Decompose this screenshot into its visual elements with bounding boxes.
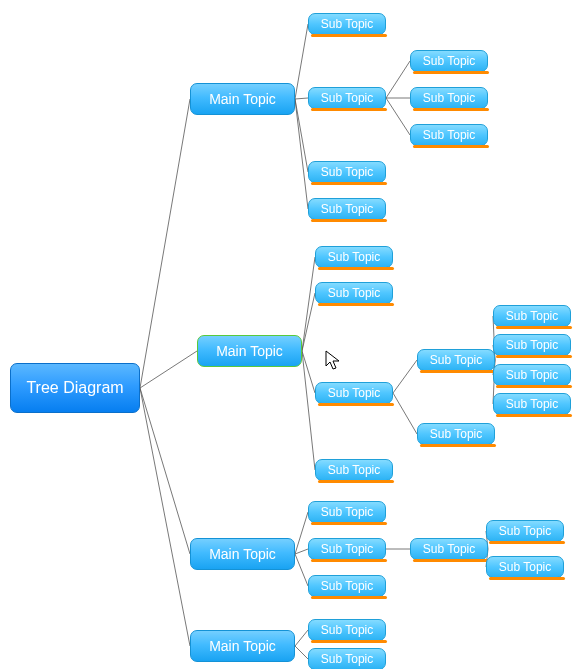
svg-line-1 [140, 351, 197, 388]
sub-topic-node[interactable]: Sub Topic [417, 423, 495, 445]
svg-line-27 [295, 630, 308, 646]
sub-topic-node[interactable]: Sub Topic [410, 50, 488, 72]
svg-line-8 [386, 98, 410, 135]
svg-line-0 [140, 99, 190, 388]
sub-topic-node[interactable]: Sub Topic [486, 556, 564, 578]
svg-line-26 [295, 554, 308, 586]
svg-line-19 [393, 393, 417, 434]
sub-topic-node[interactable]: Sub Topic [493, 305, 571, 327]
main-topic-node[interactable]: Main Topic [190, 83, 295, 115]
sub-topic-node[interactable]: Sub Topic [493, 334, 571, 356]
svg-line-10 [295, 99, 308, 209]
main-topic-node[interactable]: Main Topic [190, 538, 295, 570]
sub-topic-node[interactable]: Sub Topic [308, 161, 386, 183]
sub-topic-node[interactable]: Sub Topic [410, 87, 488, 109]
svg-line-11 [302, 257, 315, 351]
sub-topic-node[interactable]: Sub Topic [308, 575, 386, 597]
cursor-icon [325, 350, 341, 372]
sub-topic-node[interactable]: Sub Topic [493, 393, 571, 415]
svg-line-4 [295, 24, 308, 99]
sub-topic-node[interactable]: Sub Topic [308, 538, 386, 560]
svg-line-6 [386, 61, 410, 98]
sub-topic-node[interactable]: Sub Topic [308, 648, 386, 669]
svg-line-14 [393, 360, 417, 393]
sub-topic-node[interactable]: Sub Topic [308, 501, 386, 523]
sub-topic-node[interactable]: Sub Topic [410, 124, 488, 146]
sub-topic-node[interactable]: Sub Topic [308, 198, 386, 220]
svg-line-3 [140, 388, 190, 646]
root-node[interactable]: Tree Diagram [10, 363, 140, 413]
svg-line-12 [302, 293, 315, 351]
sub-topic-node[interactable]: Sub Topic [417, 349, 495, 371]
svg-line-20 [302, 351, 315, 470]
sub-topic-node[interactable]: Sub Topic [315, 459, 393, 481]
sub-topic-node[interactable]: Sub Topic [493, 364, 571, 386]
sub-topic-node[interactable]: Sub Topic [308, 87, 386, 109]
sub-topic-node[interactable]: Sub Topic [486, 520, 564, 542]
svg-line-28 [295, 646, 308, 659]
svg-line-2 [140, 388, 190, 554]
sub-topic-node[interactable]: Sub Topic [315, 282, 393, 304]
svg-line-5 [295, 98, 308, 99]
main-topic-node[interactable]: Main Topic [197, 335, 302, 367]
svg-line-22 [295, 549, 308, 554]
svg-line-9 [295, 99, 308, 172]
svg-line-13 [302, 351, 315, 393]
sub-topic-node[interactable]: Sub Topic [308, 619, 386, 641]
sub-topic-node[interactable]: Sub Topic [308, 13, 386, 35]
svg-line-21 [295, 512, 308, 554]
diagram-canvas[interactable]: Tree DiagramMain TopicMain TopicMain Top… [0, 0, 580, 669]
sub-topic-node[interactable]: Sub Topic [410, 538, 488, 560]
sub-topic-node[interactable]: Sub Topic [315, 246, 393, 268]
main-topic-node[interactable]: Main Topic [190, 630, 295, 662]
sub-topic-node[interactable]: Sub Topic [315, 382, 393, 404]
